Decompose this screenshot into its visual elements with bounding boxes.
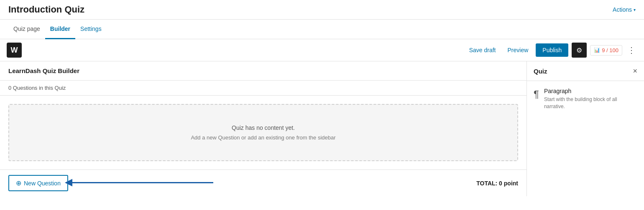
editor-toolbar: W Save draft Preview Publish ⚙ 📊 9 / 100… [0, 39, 644, 61]
total-score: TOTAL: 0 point [476, 180, 518, 187]
bottom-bar: ⊕ New Question TOTAL: 0 point [0, 170, 526, 196]
tabs-bar: Quiz page Builder Settings [0, 20, 644, 39]
score-value: 9 / 100 [602, 47, 618, 53]
score-badge: 📊 9 / 100 [590, 45, 622, 56]
actions-label: Actions [613, 6, 632, 13]
empty-content-area: Quiz has no content yet. Add a new Quest… [8, 104, 518, 161]
right-sidebar: Quiz × ¶ Paragraph Start with the buildi… [527, 61, 644, 196]
plus-icon: ⊕ [16, 179, 21, 187]
sidebar-block-paragraph[interactable]: ¶ Paragraph Start with the building bloc… [527, 81, 644, 117]
top-bar: Introduction Quiz Actions ▾ [0, 0, 644, 20]
chart-icon: 📊 [594, 47, 600, 53]
empty-sub-text: Add a new Question or add an existing on… [191, 134, 335, 141]
publish-button[interactable]: Publish [536, 43, 568, 57]
block-description: Start with the building block of all nar… [544, 96, 637, 110]
preview-button[interactable]: Preview [503, 44, 533, 56]
chevron-down-icon: ▾ [634, 8, 636, 12]
new-question-label: New Question [24, 180, 61, 187]
paragraph-icon: ¶ [534, 89, 539, 100]
builder-header: LearnDash Quiz Builder [0, 61, 526, 81]
sidebar-title: Quiz [534, 68, 547, 75]
gear-icon: ⚙ [576, 46, 582, 54]
settings-button[interactable]: ⚙ [572, 43, 587, 58]
tab-settings[interactable]: Settings [75, 20, 107, 39]
builder-panel: LearnDash Quiz Builder 0 Questions in th… [0, 61, 527, 196]
svg-marker-1 [65, 179, 72, 186]
tab-builder[interactable]: Builder [45, 20, 75, 39]
tab-quiz-page[interactable]: Quiz page [8, 20, 45, 39]
save-draft-button[interactable]: Save draft [465, 44, 500, 56]
more-options-button[interactable]: ⋮ [626, 43, 637, 57]
actions-button[interactable]: Actions ▾ [613, 6, 636, 13]
block-info: Paragraph Start with the building block … [544, 88, 637, 110]
empty-main-text: Quiz has no content yet. [232, 124, 295, 131]
page-title: Introduction Quiz [8, 4, 84, 15]
new-question-button[interactable]: ⊕ New Question [8, 175, 68, 191]
toolbar-right: Save draft Preview Publish ⚙ 📊 9 / 100 ⋮ [465, 43, 637, 58]
block-name: Paragraph [544, 88, 637, 94]
close-sidebar-button[interactable]: × [633, 67, 637, 75]
wp-logo: W [7, 43, 22, 58]
arrow-indicator [65, 177, 215, 190]
main-area: LearnDash Quiz Builder 0 Questions in th… [0, 61, 644, 196]
sidebar-header: Quiz × [527, 61, 644, 81]
questions-count: 0 Questions in this Quiz [0, 81, 526, 96]
